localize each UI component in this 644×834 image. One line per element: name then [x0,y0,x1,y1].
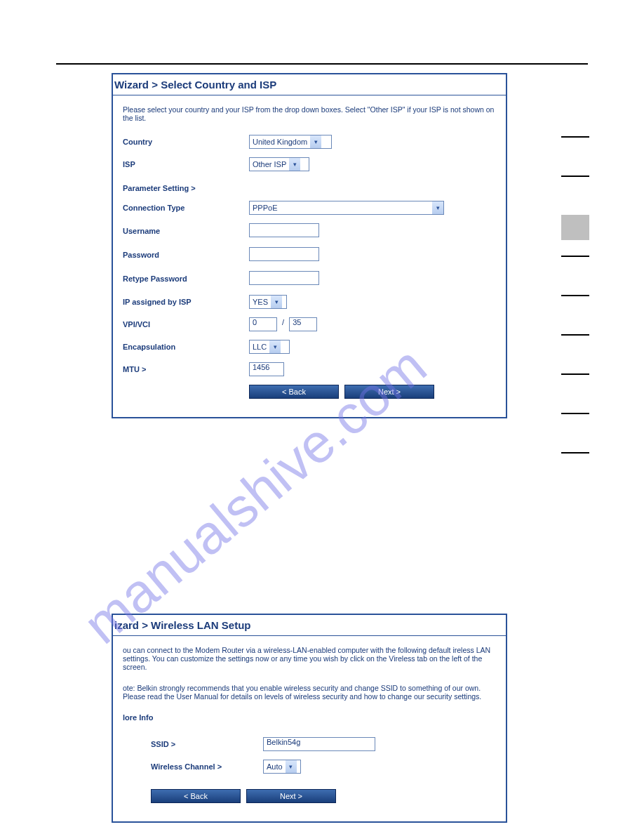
mtu-label: MTU > [123,365,249,373]
wireless-channel-value: Auto [267,762,283,771]
section-tab-active [561,215,589,240]
section-tab-marker [561,295,589,296]
country-label: Country [123,138,249,146]
page-top-rule [56,63,588,65]
ip-assigned-value: YES [253,298,268,306]
connection-type-value: PPPoE [253,204,277,212]
section-tab-marker [561,373,589,375]
section-tab-marker [561,136,589,138]
page-section-tabs [561,136,589,491]
next-button[interactable]: Next > [344,385,434,399]
chevron-down-icon: ▾ [286,760,297,773]
password-label: Password [123,251,249,259]
vci-input[interactable]: 35 [289,317,317,331]
isp-value: Other ISP [253,160,286,168]
country-select[interactable]: United Kingdom ▾ [249,135,332,149]
panel2-title: izard > Wireless LAN Setup [113,615,506,636]
next-button[interactable]: Next > [246,789,336,803]
ip-assigned-label: IP assigned by ISP [123,298,249,306]
connection-type-select[interactable]: PPPoE ▾ [249,201,444,215]
connection-type-label: Connection Type [123,204,249,212]
country-value: United Kingdom [253,138,307,146]
ip-assigned-select[interactable]: YES ▾ [249,295,287,309]
panel2-instruction-2: ote: Belkin strongly recommends that you… [123,684,496,701]
username-label: Username [123,227,249,235]
wireless-channel-label: Wireless Channel > [151,762,263,771]
chevron-down-icon: ▾ [269,340,281,353]
section-tab-marker [561,334,589,336]
ssid-label: SSID > [151,740,263,748]
wireless-channel-select[interactable]: Auto ▾ [263,760,301,774]
mtu-input[interactable]: 1456 [249,362,284,376]
vpi-vci-separator: / [282,318,284,326]
encapsulation-value: LLC [253,343,267,351]
panel1-instruction: Please select your country and your ISP … [123,105,496,122]
section-tab-marker [561,256,589,257]
panel2-instruction-1: ou can connect to the Modem Router via a… [123,646,496,671]
chevron-down-icon: ▾ [271,296,282,308]
section-tab-marker [561,176,589,177]
wizard-panel-isp: Wizard > Select Country and ISP Please s… [112,73,507,418]
section-tab-marker [561,413,589,414]
chevron-down-icon: ▾ [310,135,321,148]
section-tab-marker [561,452,589,454]
vpi-input[interactable]: 0 [249,317,277,331]
vpi-vci-label: VPI/VCI [123,320,249,329]
chevron-down-icon: ▾ [289,158,300,171]
isp-label: ISP [123,160,249,168]
parameter-heading: Parameter Setting > [123,184,249,192]
more-info-link[interactable]: lore Info [123,713,153,722]
wizard-panel-wlan: izard > Wireless LAN Setup ou can connec… [112,614,507,823]
chevron-down-icon: ▾ [432,201,443,214]
back-button[interactable]: < Back [249,385,339,399]
back-button[interactable]: < Back [151,789,241,803]
encapsulation-select[interactable]: LLC ▾ [249,340,290,354]
ssid-input[interactable]: Belkin54g [263,737,375,751]
encapsulation-label: Encapsulation [123,343,249,351]
username-input[interactable] [249,223,319,237]
password-input[interactable] [249,247,319,261]
retype-password-label: Retype Password [123,274,249,283]
retype-password-input[interactable] [249,271,319,285]
isp-select[interactable]: Other ISP ▾ [249,157,309,171]
panel1-title: Wizard > Select Country and ISP [113,74,506,95]
